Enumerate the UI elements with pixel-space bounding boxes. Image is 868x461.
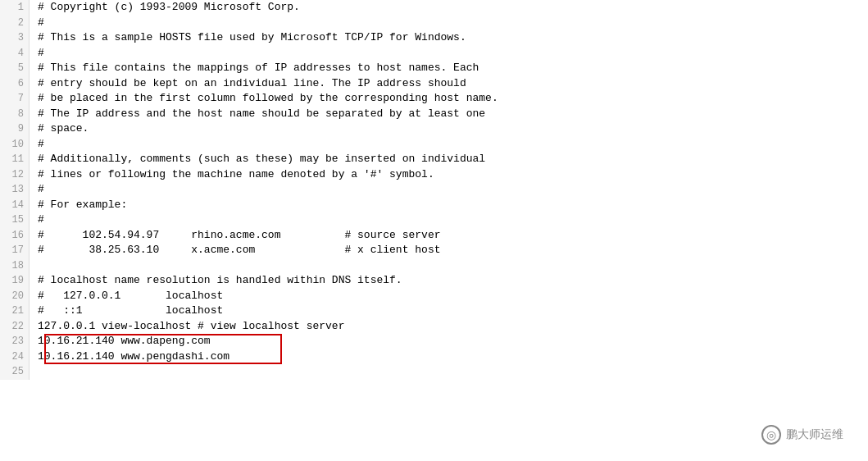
line-number: 8	[0, 107, 29, 122]
code-line: # Additionally, comments (such as these)…	[38, 152, 868, 167]
line-number: 15	[0, 212, 29, 228]
code-line: # ::1 localhost	[38, 304, 868, 319]
code-line: # lines or following the machine name de…	[38, 167, 868, 183]
code-line: #	[38, 46, 868, 62]
code-line: # The IP address and the host name shoul…	[38, 107, 868, 122]
code-editor: 1234567891011121314151617181920212223242…	[0, 0, 868, 380]
line-number: 2	[0, 16, 29, 31]
line-number: 20	[0, 289, 29, 304]
line-number: 4	[0, 46, 29, 62]
line-number: 19	[0, 273, 29, 289]
line-number: 9	[0, 121, 29, 137]
line-number: 14	[0, 198, 29, 213]
code-line: # 127.0.0.1 localhost	[38, 289, 868, 304]
line-number: 10	[0, 137, 29, 153]
line-number: 6	[0, 76, 29, 92]
line-number: 23	[0, 334, 29, 349]
highlight-wrapper: # Copyright (c) 1993-2009 Microsoft Corp…	[38, 0, 868, 380]
line-number: 21	[0, 304, 29, 319]
code-line: # Copyright (c) 1993-2009 Microsoft Corp…	[38, 0, 868, 16]
code-line: 10.16.21.140 www.pengdashi.com	[38, 349, 868, 365]
code-line: # be placed in the first column followed…	[38, 91, 868, 107]
code-line: #	[38, 212, 868, 228]
code-line: # entry should be kept on an individual …	[38, 76, 868, 92]
code-line	[38, 258, 868, 274]
line-number: 16	[0, 228, 29, 244]
watermark-icon	[761, 425, 781, 445]
line-number: 1	[0, 0, 29, 16]
code-line: # 38.25.63.10 x.acme.com # x client host	[38, 243, 868, 258]
code-line: 127.0.0.1 view-localhost # view localhos…	[38, 319, 868, 335]
code-line: 10.16.21.140 www.dapeng.com	[38, 334, 868, 349]
line-number: 24	[0, 349, 29, 365]
code-line: # localhost name resolution is handled w…	[38, 273, 868, 289]
code-line	[38, 364, 868, 380]
code-line: #	[38, 137, 868, 153]
line-number: 17	[0, 243, 29, 258]
line-number: 12	[0, 167, 29, 183]
line-number: 22	[0, 319, 29, 335]
line-number: 5	[0, 61, 29, 76]
code-line: #	[38, 182, 868, 198]
line-number: 18	[0, 258, 29, 274]
line-number: 3	[0, 30, 29, 46]
line-number: 7	[0, 91, 29, 107]
code-line: # This file contains the mappings of IP …	[38, 61, 868, 76]
line-numbers: 1234567891011121314151617181920212223242…	[0, 0, 30, 380]
code-content: # Copyright (c) 1993-2009 Microsoft Corp…	[30, 0, 868, 380]
editor-area: 1234567891011121314151617181920212223242…	[0, 0, 868, 461]
watermark-text: 鹏大师运维	[786, 427, 843, 442]
line-number: 25	[0, 364, 29, 380]
code-line: #	[38, 16, 868, 31]
watermark: 鹏大师运维	[761, 425, 843, 445]
line-number: 13	[0, 182, 29, 198]
line-number: 11	[0, 152, 29, 167]
code-line: # This is a sample HOSTS file used by Mi…	[38, 30, 868, 46]
code-line: # 102.54.94.97 rhino.acme.com # source s…	[38, 228, 868, 244]
code-line: # For example:	[38, 198, 868, 213]
code-line: # space.	[38, 121, 868, 137]
